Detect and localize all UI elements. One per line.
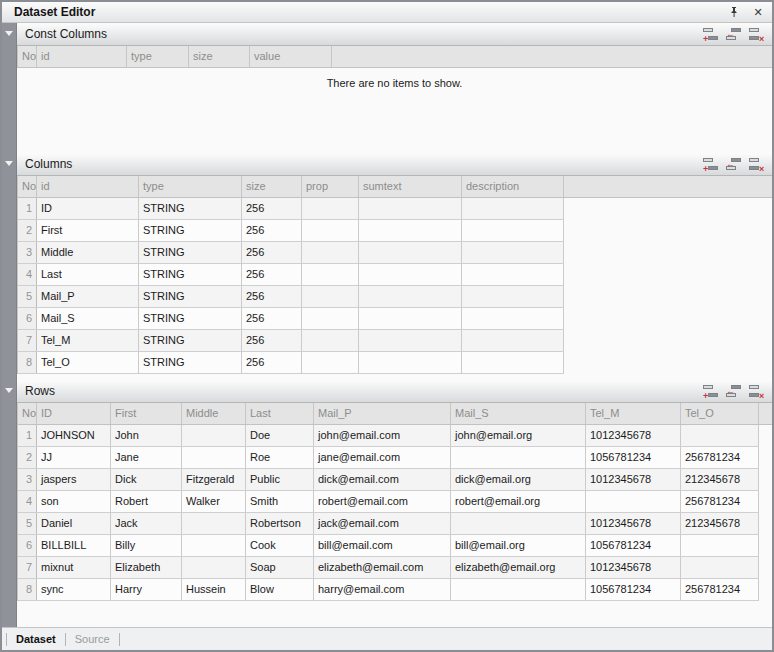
cell-sumtext[interactable]: [359, 352, 462, 373]
row-number[interactable]: 7: [18, 557, 37, 578]
row-number[interactable]: 2: [18, 220, 37, 241]
close-icon[interactable]: ✕: [750, 5, 766, 19]
cell-tel_m[interactable]: 1012345678: [586, 557, 681, 578]
column-header-type[interactable]: type: [127, 46, 189, 67]
cell-id[interactable]: Last: [37, 264, 139, 285]
cell-mail_p[interactable]: john@email.com: [314, 425, 451, 446]
table-row[interactable]: 7mixnutElizabethSoapelizabeth@email.come…: [18, 557, 759, 579]
cell-last[interactable]: Smith: [246, 491, 314, 512]
cell-mail_p[interactable]: dick@email.com: [314, 469, 451, 490]
cell-tel_m[interactable]: 1012345678: [586, 425, 681, 446]
cell-description[interactable]: [462, 286, 564, 307]
cell-size[interactable]: 256: [242, 308, 302, 329]
cell-id[interactable]: Middle: [37, 242, 139, 263]
row-number[interactable]: 7: [18, 330, 37, 351]
row-number[interactable]: 3: [18, 242, 37, 263]
table-row[interactable]: 6BILLBILLBillyCookbill@email.combill@ema…: [18, 535, 759, 557]
cell-tel_o[interactable]: 256781234: [681, 579, 759, 600]
cell-sumtext[interactable]: [359, 330, 462, 351]
table-row[interactable]: 2JJJaneRoejane@email.com1056781234256781…: [18, 447, 759, 469]
table-row[interactable]: 7Tel_MSTRING256: [18, 330, 564, 352]
pin-icon[interactable]: [726, 5, 742, 19]
table-row[interactable]: 4sonRobertWalkerSmithrobert@email.comrob…: [18, 491, 759, 513]
column-header-type[interactable]: type: [139, 176, 242, 197]
table-row[interactable]: 1IDSTRING256: [18, 198, 564, 220]
cell-type[interactable]: STRING: [139, 352, 242, 373]
cell-description[interactable]: [462, 264, 564, 285]
cell-id[interactable]: son: [37, 491, 111, 512]
cell-id[interactable]: Tel_M: [37, 330, 139, 351]
cell-tel_o[interactable]: [681, 535, 759, 556]
cell-tel_o[interactable]: 256781234: [681, 491, 759, 512]
column-header-no[interactable]: No: [18, 403, 37, 424]
column-header-tel_m[interactable]: Tel_M: [586, 403, 681, 424]
cell-size[interactable]: 256: [242, 264, 302, 285]
delete-row-icon[interactable]: ×: [749, 157, 766, 172]
cell-prop[interactable]: [302, 242, 359, 263]
cell-first[interactable]: Jane: [111, 447, 182, 468]
table-row[interactable]: 4LastSTRING256: [18, 264, 564, 286]
column-header-last[interactable]: Last: [246, 403, 314, 424]
column-header-middle[interactable]: Middle: [182, 403, 246, 424]
add-row-icon[interactable]: +: [703, 27, 720, 42]
cell-id[interactable]: BILLBILL: [37, 535, 111, 556]
table-row[interactable]: 3MiddleSTRING256: [18, 242, 564, 264]
cell-description[interactable]: [462, 198, 564, 219]
table-row[interactable]: 6Mail_SSTRING256: [18, 308, 564, 330]
cell-last[interactable]: Public: [246, 469, 314, 490]
cell-description[interactable]: [462, 308, 564, 329]
cell-id[interactable]: Tel_O: [37, 352, 139, 373]
cell-size[interactable]: 256: [242, 220, 302, 241]
insert-row-icon[interactable]: ←: [726, 157, 743, 172]
cell-size[interactable]: 256: [242, 242, 302, 263]
cell-type[interactable]: STRING: [139, 286, 242, 307]
cell-sumtext[interactable]: [359, 242, 462, 263]
cell-description[interactable]: [462, 220, 564, 241]
row-number[interactable]: 4: [18, 264, 37, 285]
delete-row-icon[interactable]: ×: [749, 27, 766, 42]
column-header-id[interactable]: id: [37, 176, 139, 197]
cell-prop[interactable]: [302, 264, 359, 285]
cell-id[interactable]: Mail_S: [37, 308, 139, 329]
cell-mail_p[interactable]: bill@email.com: [314, 535, 451, 556]
cell-type[interactable]: STRING: [139, 264, 242, 285]
tab-source[interactable]: Source: [75, 633, 110, 645]
cell-first[interactable]: Robert: [111, 491, 182, 512]
cell-first[interactable]: Elizabeth: [111, 557, 182, 578]
cell-tel_m[interactable]: 1056781234: [586, 535, 681, 556]
chevron-down-icon[interactable]: [5, 161, 13, 166]
row-number[interactable]: 2: [18, 447, 37, 468]
cell-last[interactable]: Soap: [246, 557, 314, 578]
row-number[interactable]: 8: [18, 579, 37, 600]
insert-row-icon[interactable]: ←: [726, 384, 743, 399]
cell-prop[interactable]: [302, 352, 359, 373]
cell-mail_s[interactable]: elizabeth@email.org: [451, 557, 586, 578]
column-header-first[interactable]: First: [111, 403, 182, 424]
column-header-size[interactable]: size: [189, 46, 250, 67]
cell-tel_o[interactable]: 212345678: [681, 513, 759, 534]
cell-tel_m[interactable]: 1012345678: [586, 513, 681, 534]
cell-prop[interactable]: [302, 286, 359, 307]
cell-id[interactable]: sync: [37, 579, 111, 600]
table-row[interactable]: 3jaspersDickFitzgeraldPublicdick@email.c…: [18, 469, 759, 491]
column-header-tel_o[interactable]: Tel_O: [681, 403, 759, 424]
row-number[interactable]: 1: [18, 198, 37, 219]
cell-tel_o[interactable]: 212345678: [681, 469, 759, 490]
cell-description[interactable]: [462, 242, 564, 263]
table-row[interactable]: 1JOHNSONJohnDoejohn@email.comjohn@email.…: [18, 425, 759, 447]
cell-tel_m[interactable]: 1012345678: [586, 469, 681, 490]
cell-prop[interactable]: [302, 198, 359, 219]
cell-mail_s[interactable]: [451, 513, 586, 534]
cell-prop[interactable]: [302, 330, 359, 351]
cell-middle[interactable]: [182, 447, 246, 468]
cell-id[interactable]: Mail_P: [37, 286, 139, 307]
table-row[interactable]: 8Tel_OSTRING256: [18, 352, 564, 374]
cell-mail_s[interactable]: john@email.org: [451, 425, 586, 446]
cell-tel_o[interactable]: [681, 557, 759, 578]
cell-type[interactable]: STRING: [139, 220, 242, 241]
cell-middle[interactable]: Walker: [182, 491, 246, 512]
column-header-id[interactable]: id: [37, 46, 127, 67]
table-row[interactable]: 5DanielJackRobertsonjack@email.com101234…: [18, 513, 759, 535]
row-number[interactable]: 8: [18, 352, 37, 373]
cell-mail_p[interactable]: jane@email.com: [314, 447, 451, 468]
